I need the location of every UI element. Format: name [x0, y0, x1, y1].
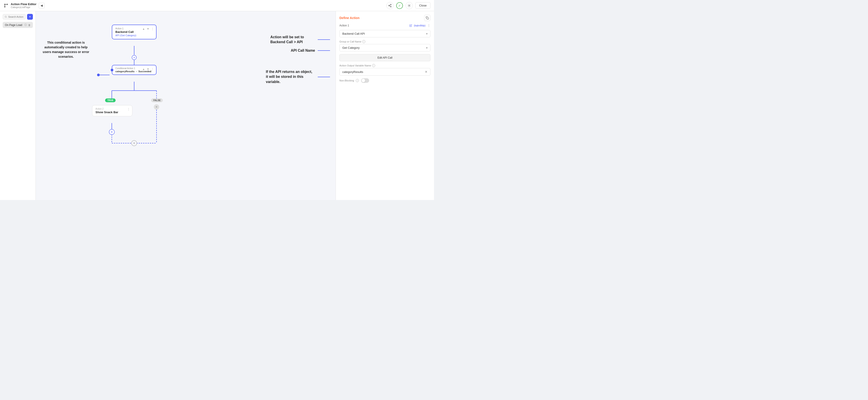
output-var-section: Action Output Variable Name i categoryRe… [339, 64, 430, 76]
settings-icon [407, 4, 411, 7]
svg-point-32 [328, 39, 330, 40]
clear-var-button[interactable]: ✕ [425, 70, 428, 74]
right-panel: Define Action Action 1 (bqkn8ldp) ⋮ Back… [336, 11, 434, 200]
copy-icon [426, 16, 429, 20]
node-1-menu-btn[interactable]: ⋮ [151, 27, 154, 31]
svg-point-0 [4, 4, 5, 5]
svg-text:+: + [133, 141, 135, 145]
share-button[interactable] [386, 2, 394, 9]
conditional-actions: ▲ ▼ ⋮ [142, 67, 154, 71]
action-row-label: Action 1 [339, 24, 349, 27]
group-call-label: Group or Call Name i [339, 40, 430, 43]
action-2-menu-btn[interactable]: ⋮ [127, 107, 130, 111]
header-right: ✓ Close [386, 2, 430, 9]
add-trigger-button[interactable]: + [27, 14, 33, 20]
trigger-item-on-page-load[interactable]: On Page Load ⓘ 🗑 [3, 22, 33, 28]
svg-point-6 [389, 5, 390, 6]
svg-text:+: + [133, 56, 135, 59]
trigger-item-icons: ⓘ 🗑 [24, 23, 31, 27]
api-name-dropdown[interactable]: Get Category ▾ [339, 44, 430, 52]
collapse-button[interactable]: ◀ [39, 3, 44, 8]
action-1-node[interactable]: ▲ ▼ ⋮ Action 1 Backend Call API (Get Cat… [112, 25, 157, 39]
non-blocking-info-icon: i [356, 79, 359, 82]
svg-point-26 [109, 129, 115, 135]
annotation-backend-row: Action will be set to Backend Call > API [270, 35, 331, 45]
group-call-section: Group or Call Name i Get Category ▾ [339, 40, 430, 52]
false-add-button[interactable]: + [154, 104, 159, 110]
svg-line-8 [389, 6, 391, 6]
action-2-node[interactable]: ⋮ Action 2 Show Snack Bar [92, 105, 132, 116]
api-chevron-icon: ▾ [426, 46, 428, 50]
svg-point-28 [132, 55, 136, 60]
output-var-value: categoryResults [342, 70, 363, 74]
edit-icon [409, 24, 412, 27]
node-1-actions: ▲ ▼ ⋮ [142, 27, 154, 31]
search-input[interactable] [8, 16, 24, 18]
action-row-right: (bqkn8ldp) ⋮ [409, 24, 430, 27]
close-button[interactable]: Close [415, 2, 430, 9]
svg-point-36 [328, 77, 330, 77]
action-2-title: Show Snack Bar [95, 111, 129, 114]
panel-copy-btn[interactable] [424, 15, 430, 21]
cond-down-btn[interactable]: ▼ [146, 67, 150, 71]
header-title-group: Action Flow Editor CategoryListPage [11, 2, 36, 8]
output-var-info-icon: i [372, 64, 375, 67]
false-badge: FALSE [151, 98, 163, 102]
svg-text:+: + [111, 130, 113, 134]
svg-point-7 [391, 6, 391, 7]
non-blocking-row: Non-Blocking i [339, 78, 430, 83]
conditional-dot [111, 69, 113, 72]
svg-point-2 [4, 6, 5, 7]
search-icon [5, 16, 7, 18]
check-icon: ✓ [396, 2, 403, 9]
annotation-variable-text: If the API returns an object, it will be… [266, 69, 315, 84]
annotation-api-line [318, 50, 331, 51]
info-icon: ⓘ [24, 23, 27, 27]
share-icon [388, 4, 392, 7]
svg-rect-30 [427, 18, 429, 19]
annotation-api-text: API Call Name [291, 48, 315, 53]
toggle-thumb [362, 79, 365, 82]
cond-menu-btn[interactable]: ⋮ [151, 67, 154, 71]
backend-call-dropdown[interactable]: Backend Call API ▾ [339, 30, 430, 37]
edit-api-button[interactable]: Edit API Call [339, 54, 430, 61]
header-title: Action Flow Editor [11, 2, 36, 6]
svg-point-34 [328, 50, 330, 51]
action-id[interactable]: (bqkn8ldp) [414, 24, 426, 27]
cond-up-btn[interactable]: ▲ [142, 67, 145, 71]
action-2-label: Action 2 [95, 108, 129, 110]
conditional-node[interactable]: ▲ ▼ ⋮ Conditional Action 1 categoryResul… [112, 65, 157, 75]
chevron-down-icon: ▾ [426, 32, 428, 35]
annotation-variable-row: If the API returns an object, it will be… [266, 69, 331, 84]
annotation-conditional: This conditional action is automatically… [42, 40, 89, 59]
add-icon: + [29, 15, 31, 19]
svg-point-1 [7, 4, 8, 5]
annotation-backend-text: Action will be set to Backend Call > API [270, 35, 315, 45]
svg-point-23 [131, 141, 137, 146]
svg-point-10 [409, 5, 410, 6]
group-call-info-icon: i [362, 40, 365, 43]
node-1-down-btn[interactable]: ▼ [146, 27, 150, 31]
api-name-value: Get Category [342, 46, 360, 50]
flow-icon [4, 3, 8, 8]
trash-icon[interactable]: 🗑 [28, 24, 31, 26]
settings-button[interactable] [406, 2, 413, 9]
true-badge: TRUE [105, 98, 116, 102]
non-blocking-toggle[interactable] [361, 78, 369, 83]
left-sidebar: + On Page Load ⓘ 🗑 [0, 11, 36, 200]
output-var-input[interactable]: categoryResults ✕ [339, 68, 430, 76]
action-menu-button[interactable]: ⋮ [427, 24, 430, 27]
collapse-icon: ◀ [40, 4, 43, 7]
action-2-actions: ⋮ [127, 107, 130, 111]
node-1-subtitle: API (Get Category) [115, 34, 153, 37]
header-subtitle: CategoryListPage [11, 6, 36, 8]
backend-call-label: Backend Call API [342, 32, 365, 35]
output-var-label: Action Output Variable Name i [339, 64, 430, 67]
svg-line-9 [389, 5, 391, 5]
panel-title: Define Action [339, 16, 360, 20]
svg-point-5 [391, 4, 391, 5]
search-row: + [3, 14, 33, 20]
svg-point-15 [97, 74, 100, 76]
header-left: Action Flow Editor CategoryListPage ◀ [4, 2, 44, 8]
node-1-up-btn[interactable]: ▲ [142, 27, 145, 31]
